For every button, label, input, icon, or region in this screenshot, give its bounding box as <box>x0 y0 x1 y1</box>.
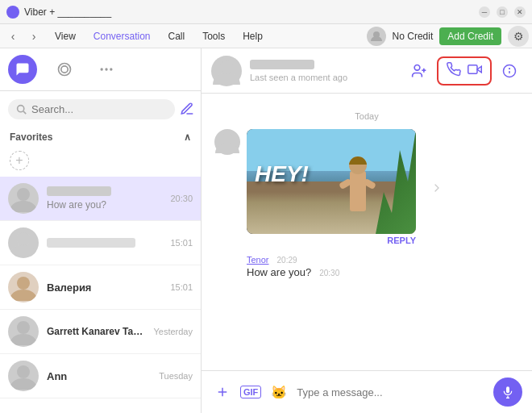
attach-button[interactable] <box>211 381 234 403</box>
viber-icon <box>6 6 19 19</box>
chat-time-5: Tuesday <box>159 371 193 381</box>
chat-info-1: How are you? <box>47 186 162 211</box>
menu-tools[interactable]: Tools <box>194 27 233 45</box>
forward-button[interactable]: › <box>24 27 44 46</box>
svg-point-14 <box>414 65 420 70</box>
gif-button[interactable]: GIF <box>240 386 261 398</box>
search-input[interactable] <box>31 103 167 115</box>
chat-header-avatar <box>211 56 242 86</box>
chat-header-info: Last seen a moment ago <box>250 60 398 82</box>
window-controls[interactable]: ─ □ ✕ <box>479 6 526 18</box>
chat-item-4[interactable]: Garrett Kanarev Talanc... Yesterday <box>0 310 201 354</box>
add-contact-button[interactable] <box>406 58 432 84</box>
sidebar: Favorites ∧ + How are you? 20:30 <box>0 48 202 413</box>
emoji-button[interactable]: 🐱 <box>268 381 290 403</box>
chat-time-4: Yesterday <box>153 327 193 336</box>
chat-time-1: 20:30 <box>170 194 193 203</box>
chat-avatar-1 <box>8 183 39 214</box>
close-button[interactable]: ✕ <box>514 6 526 18</box>
hey-text: HEY! <box>255 161 309 187</box>
message-time-1: 20:29 <box>277 256 297 265</box>
chat-time-2: 15:01 <box>170 238 193 248</box>
message-input[interactable] <box>297 386 487 398</box>
menubar: ‹ › View Conversation Call Tools Help No… <box>0 24 532 48</box>
info-button[interactable] <box>497 58 522 84</box>
mic-button[interactable] <box>493 378 522 407</box>
chat-name-4: Garrett Kanarev Talanc... <box>47 326 145 337</box>
forward-button[interactable] <box>426 177 448 199</box>
chat-avatar-4 <box>8 316 39 347</box>
chat-preview-1: How are you? <box>47 199 162 211</box>
svg-point-2 <box>61 66 68 73</box>
chat-name-1 <box>47 186 111 196</box>
chat-item-1[interactable]: How are you? 20:30 <box>0 177 201 221</box>
phone-call-button[interactable] <box>447 62 461 80</box>
user-avatar <box>367 27 386 46</box>
search-bar <box>0 91 201 127</box>
reply-button[interactable]: REPLY <box>247 234 416 247</box>
chat-icon-button[interactable] <box>8 55 37 84</box>
chat-info-2 <box>47 238 162 248</box>
chat-avatar-2 <box>8 227 39 258</box>
calls-icon-button[interactable] <box>50 55 79 84</box>
chat-item-2[interactable]: 15:01 <box>0 221 201 265</box>
minimize-button[interactable]: ─ <box>479 6 490 18</box>
svg-line-7 <box>23 111 26 113</box>
chat-info-5: Ann <box>47 370 151 382</box>
svg-point-5 <box>110 68 112 70</box>
svg-point-12 <box>17 365 30 378</box>
menu-view[interactable]: View <box>47 27 84 45</box>
titlebar: Viber + __________ ─ □ ✕ <box>0 0 532 24</box>
message-time-2: 20:30 <box>319 269 339 277</box>
chat-meta-5: Tuesday <box>159 371 193 381</box>
favorites-add-button[interactable]: + <box>10 151 29 170</box>
menu-help[interactable]: Help <box>235 27 271 45</box>
main-layout: Favorites ∧ + How are you? 20:30 <box>0 48 532 413</box>
messages-area: Today <box>202 94 532 370</box>
menu-conversation[interactable]: Conversation <box>85 27 159 45</box>
chat-avatar-3 <box>8 272 39 302</box>
svg-point-11 <box>17 321 30 334</box>
favorites-label: Favorites <box>10 131 52 143</box>
svg-point-3 <box>101 68 103 70</box>
more-icon-button[interactable] <box>92 55 121 84</box>
gif-container: HEY! <box>247 129 416 234</box>
search-input-wrap <box>8 99 175 119</box>
add-credit-button[interactable]: Add Credit <box>439 27 501 45</box>
date-divider: Today <box>214 111 519 121</box>
svg-marker-17 <box>477 66 481 73</box>
menu-call[interactable]: Call <box>160 27 193 45</box>
svg-point-6 <box>18 105 24 111</box>
call-video-buttons[interactable] <box>437 56 492 86</box>
back-button[interactable]: ‹ <box>3 27 23 46</box>
svg-point-8 <box>17 188 30 201</box>
chat-input-bar: GIF 🐱 <box>202 370 532 413</box>
nav-arrows: ‹ › <box>3 27 44 46</box>
settings-button[interactable]: ⚙ <box>508 26 529 47</box>
search-icon <box>16 104 27 115</box>
chat-name-2 <box>47 238 135 248</box>
message-bubble-1: HEY! REPLY <box>247 129 416 247</box>
chat-header-actions <box>406 56 522 86</box>
menubar-right: No Credit Add Credit ⚙ <box>367 26 529 47</box>
chat-meta-2: 15:01 <box>170 238 193 248</box>
chat-meta-4: Yesterday <box>153 327 193 336</box>
chat-header: Last seen a moment ago <box>202 48 532 94</box>
chat-meta-1: 20:30 <box>170 194 193 203</box>
chat-time-3: 15:01 <box>170 282 193 292</box>
contact-status: Last seen a moment ago <box>250 73 398 82</box>
svg-rect-1 <box>59 64 71 76</box>
message-text-1: How are you? <box>247 266 311 278</box>
svg-point-13 <box>220 60 233 73</box>
message-text-block: Tenor 20:29 How are you? 20:30 <box>214 255 519 278</box>
message-source: Tenor <box>247 255 269 265</box>
chat-item-3[interactable]: Валерия 15:01 <box>0 265 201 310</box>
video-call-button[interactable] <box>468 62 482 80</box>
chat-panel: Last seen a moment ago <box>202 48 532 413</box>
compose-button[interactable] <box>180 98 194 120</box>
favorites-chevron[interactable]: ∧ <box>184 131 191 143</box>
maximize-button[interactable]: □ <box>497 6 508 18</box>
chat-avatar-5 <box>8 361 39 391</box>
chat-info-3: Валерия <box>47 282 162 294</box>
chat-item-5[interactable]: Ann Tuesday <box>0 354 201 398</box>
